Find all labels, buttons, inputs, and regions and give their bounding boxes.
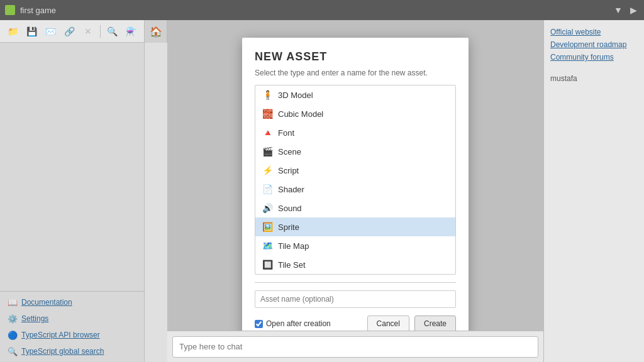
left-sidebar: 📁 💾 ✉️ 🔗 ✕ 🔍 ⚗️ 📖 Documentation ⚙️ Setti… (0, 20, 145, 362)
sidebar-item-typescript-search[interactable]: 🔍 TypeScript global search (5, 344, 139, 358)
asset-item-sprite[interactable]: 🖼️ Sprite (255, 217, 455, 236)
typescript-search-link[interactable]: TypeScript global search (21, 347, 104, 356)
cubic-model-label: Cubic Model (278, 109, 323, 119)
modal-divider (255, 282, 456, 283)
filter-button[interactable]: ⚗️ (123, 23, 139, 40)
typescript-search-icon: 🔍 (8, 346, 18, 356)
sprite-icon: 🖼️ (262, 221, 273, 233)
asset-item-tile-set[interactable]: 🔲 Tile Set (255, 255, 455, 274)
open-after-text: Open after creation (266, 319, 331, 328)
asset-item-sound[interactable]: 🔊 Sound (255, 199, 455, 217)
official-website-link[interactable]: Official website (550, 28, 638, 36)
chat-input[interactable] (172, 336, 538, 358)
asset-name-input[interactable] (255, 290, 456, 308)
cancel-button[interactable]: Cancel (367, 315, 409, 332)
right-panel: 🏠 NEW ASSET Select the type and enter a … (145, 20, 644, 362)
modal-footer: Open after creation Cancel Create (255, 315, 456, 332)
minimize-button[interactable]: ▼ (613, 4, 624, 16)
typescript-api-icon: 🔵 (8, 330, 18, 340)
asset-item-shader[interactable]: 📄 Shader (255, 180, 455, 199)
window-title: first game (20, 6, 608, 15)
sprite-label: Sprite (278, 222, 299, 232)
scene-label: Scene (278, 147, 301, 156)
asset-item-cubic-model[interactable]: 🧱 Cubic Model (255, 104, 455, 123)
home-button[interactable]: 🏠 (145, 20, 167, 43)
sidebar-item-documentation[interactable]: 📖 Documentation (5, 295, 139, 309)
asset-item-font[interactable]: 🔺 Font (255, 123, 455, 142)
sidebar-content (0, 43, 144, 291)
tile-map-label: Tile Map (278, 241, 309, 251)
delete-button[interactable]: ✕ (80, 23, 96, 40)
title-bar: first game ▼ ▶ (0, 0, 644, 20)
title-controls: ▼ ▶ (613, 4, 639, 16)
open-after-label[interactable]: Open after creation (255, 319, 362, 328)
toolbar-separator (100, 25, 101, 38)
maximize-button[interactable]: ▶ (628, 4, 639, 16)
tile-set-label: Tile Set (278, 260, 306, 270)
links-panel: Official website Development roadmap Com… (543, 20, 644, 362)
search-button[interactable]: 🔍 (104, 23, 121, 40)
sound-label: Sound (278, 204, 302, 213)
asset-item-3d-model[interactable]: 🧍 3D Model (255, 85, 455, 104)
documentation-icon: 📖 (8, 297, 18, 307)
save-button[interactable]: 💾 (24, 23, 40, 40)
cubic-model-icon: 🧱 (262, 108, 273, 119)
settings-link[interactable]: Settings (21, 314, 48, 323)
new-asset-modal: NEW ASSET Select the type and enter a na… (242, 38, 469, 344)
username: mustafa (550, 74, 638, 83)
3d-model-icon: 🧍 (262, 89, 273, 101)
development-roadmap-link[interactable]: Development roadmap (550, 40, 638, 49)
scene-icon: 🎬 (262, 146, 273, 157)
main-layout: 📁 💾 ✉️ 🔗 ✕ 🔍 ⚗️ 📖 Documentation ⚙️ Setti… (0, 20, 644, 362)
toolbar: 📁 💾 ✉️ 🔗 ✕ 🔍 ⚗️ (0, 20, 144, 43)
mail-button[interactable]: ✉️ (42, 23, 58, 40)
modal-subtitle: Select the type and enter a name for the… (255, 69, 456, 77)
asset-item-script[interactable]: ⚡ Script (255, 161, 455, 180)
new-folder-button[interactable]: 📁 (5, 23, 21, 40)
script-label: Script (278, 166, 299, 175)
create-button[interactable]: Create (414, 315, 456, 332)
script-icon: ⚡ (262, 165, 273, 176)
font-label: Font (278, 128, 294, 138)
typescript-api-link[interactable]: TypeScript API browser (21, 331, 100, 339)
center-content: NEW ASSET Select the type and enter a na… (167, 20, 543, 362)
sidebar-bottom: 📖 Documentation ⚙️ Settings 🔵 TypeScript… (0, 291, 144, 362)
documentation-link[interactable]: Documentation (21, 298, 72, 307)
chat-area (167, 331, 543, 362)
modal-backdrop: NEW ASSET Select the type and enter a na… (167, 20, 543, 362)
asset-item-scene[interactable]: 🎬 Scene (255, 142, 455, 161)
asset-item-tile-map[interactable]: 🗺️ Tile Map (255, 236, 455, 255)
shader-label: Shader (278, 185, 304, 194)
copy-button[interactable]: 🔗 (61, 23, 77, 40)
asset-type-list: 🧍 3D Model 🧱 Cubic Model 🔺 Font 🎬 (255, 85, 456, 275)
sidebar-item-settings[interactable]: ⚙️ Settings (5, 312, 139, 326)
shader-icon: 📄 (262, 184, 273, 195)
font-icon: 🔺 (262, 127, 273, 138)
sidebar-item-typescript-api[interactable]: 🔵 TypeScript API browser (5, 328, 139, 342)
modal-title: NEW ASSET (255, 50, 456, 63)
community-forums-link[interactable]: Community forums (550, 53, 638, 62)
sound-icon: 🔊 (262, 202, 273, 214)
3d-model-label: 3D Model (278, 90, 313, 100)
tile-set-icon: 🔲 (262, 259, 273, 270)
app-icon (5, 5, 15, 15)
settings-icon: ⚙️ (8, 314, 18, 324)
tile-map-icon: 🗺️ (262, 240, 273, 251)
open-after-checkbox[interactable] (255, 320, 263, 328)
